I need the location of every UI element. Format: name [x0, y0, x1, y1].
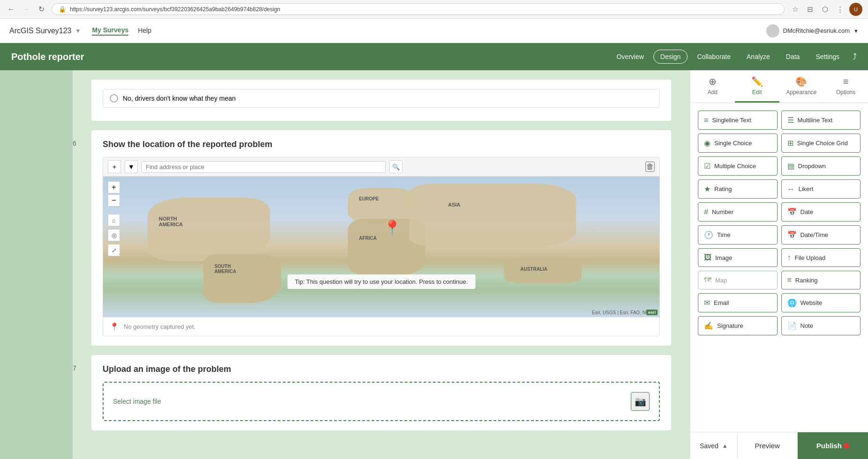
browser-avatar[interactable]: U — [849, 3, 862, 16]
tab-edit[interactable]: ✏️ Edit — [735, 70, 779, 103]
edit-icon: ✏️ — [751, 76, 763, 87]
label-africa: AFRICA — [359, 236, 377, 241]
qt-email-label: Email — [714, 299, 729, 306]
map-visual[interactable]: NORTHAMERICA SOUTHAMERICA EUROPE AFRICA … — [103, 177, 659, 317]
question-6: Show the location of the reported proble… — [91, 130, 671, 346]
map-zoom-controls: + − — [108, 181, 120, 207]
camera-button[interactable]: 📷 — [631, 392, 650, 411]
multiple-choice-icon: ☑ — [704, 162, 711, 170]
question-7: Upload an image of the problem Select im… — [91, 355, 671, 430]
tab-edit-label: Edit — [752, 89, 762, 96]
qt-ranking-label: Ranking — [795, 277, 818, 284]
qt-datetime[interactable]: 📅 Date/Time — [781, 225, 861, 244]
preview-button[interactable]: Preview — [738, 432, 798, 459]
extensions-icon[interactable]: ⬡ — [819, 4, 831, 15]
forward-button[interactable]: → — [21, 4, 32, 15]
nav-collaborate[interactable]: Collaborate — [690, 50, 737, 63]
menu-icon[interactable]: ⋮ — [834, 4, 846, 15]
map-footer-pin-icon: 📍 — [110, 322, 119, 331]
map-toolbar: + ▼ 🔍 🗑 — [103, 157, 659, 177]
multiline-text-icon: ☰ — [787, 116, 794, 125]
qt-website[interactable]: 🌐 Website — [781, 293, 861, 312]
ranking-icon: ≡ — [787, 276, 792, 284]
map-search-button[interactable]: 🔍 — [389, 160, 403, 173]
qt-singleline-text[interactable]: ≡ Singleline Text — [698, 111, 778, 130]
app-dropdown-icon[interactable]: ▼ — [75, 28, 81, 34]
survey-title: Pothole reporter — [11, 52, 610, 62]
tab-add[interactable]: ⊕ Add — [690, 70, 735, 103]
user-email: DMcRitchie@esriuk.com — [783, 27, 850, 34]
qt-multiple-choice[interactable]: ☑ Multiple Choice — [698, 156, 778, 176]
map-delete-button[interactable]: 🗑 — [645, 162, 655, 172]
continent-europe — [348, 188, 414, 223]
map-dropdown-btn[interactable]: ▼ — [125, 160, 138, 173]
single-choice-grid-icon: ⊞ — [787, 139, 793, 148]
back-button[interactable]: ← — [6, 4, 17, 15]
qt-time[interactable]: 🕐 Time — [698, 225, 778, 244]
signature-icon: ✍ — [704, 321, 713, 330]
bookmark-list-icon[interactable]: ⊟ — [804, 4, 816, 15]
nav-my-surveys[interactable]: My Surveys — [92, 26, 128, 36]
label-asia: ASIA — [448, 202, 460, 207]
share-icon[interactable]: ⤴ — [853, 52, 857, 62]
qt-website-label: Website — [801, 299, 823, 306]
map-left-controls: ⌂ ◎ ⤢ — [108, 214, 120, 256]
qt-dropdown[interactable]: ▤ Dropdown — [781, 156, 861, 176]
qt-image[interactable]: 🖼 Image — [698, 248, 778, 267]
panel-content: ≡ Singleline Text ☰ Multiline Text ◉ Sin… — [690, 103, 868, 432]
qt-dropdown-label: Dropdown — [798, 163, 826, 170]
qt-ranking[interactable]: ≡ Ranking — [781, 271, 861, 289]
tab-appearance[interactable]: 🎨 Appearance — [779, 70, 824, 103]
refresh-button[interactable]: ↻ — [36, 4, 47, 15]
qt-number[interactable]: # Number — [698, 202, 778, 222]
qt-likert[interactable]: ↔ Likert — [781, 179, 861, 199]
qt-single-choice-grid[interactable]: ⊞ Single Choice Grid — [781, 133, 861, 153]
nav-analyze[interactable]: Analyze — [740, 50, 777, 63]
question-7-wrapper: 7 Upload an image of the problem Select … — [91, 355, 671, 430]
qt-date[interactable]: 📅 Date — [781, 202, 861, 222]
qt-signature[interactable]: ✍ Signature — [698, 316, 778, 335]
map-zoom-in-toolbar[interactable]: + — [108, 160, 121, 173]
qt-rating-label: Rating — [714, 185, 732, 192]
tab-options-label: Options — [836, 89, 855, 96]
nav-design[interactable]: Design — [653, 50, 688, 64]
map-search-input[interactable] — [142, 161, 386, 173]
tab-options[interactable]: ≡ Options — [823, 70, 868, 103]
map-zoom-in[interactable]: + — [108, 181, 120, 193]
email-icon: ✉ — [704, 298, 710, 307]
options-icon: ≡ — [843, 76, 849, 87]
esri-logo: esri — [646, 310, 658, 315]
qt-multiline-text[interactable]: ☰ Multiline Text — [781, 111, 861, 130]
radio-option[interactable]: No, drivers don't know what they mean — [103, 89, 660, 108]
map-zoom-out[interactable]: − — [108, 194, 120, 207]
qt-file-upload-label: File Upload — [795, 254, 826, 261]
map-pin: 📍 — [383, 219, 402, 237]
user-avatar — [766, 24, 779, 37]
upload-dropzone[interactable]: Select image file 📷 — [103, 382, 660, 421]
qt-map: 🗺 Map — [698, 271, 778, 289]
saved-button[interactable]: Saved ▲ — [690, 432, 738, 459]
address-bar[interactable]: 🔒 https://survey123.arcgis.com/surveys/b… — [52, 3, 785, 15]
dropdown-icon: ▤ — [787, 162, 794, 170]
qt-single-choice[interactable]: ◉ Single Choice — [698, 133, 778, 153]
publish-label: Publish — [816, 442, 842, 450]
user-info[interactable]: DMcRitchie@esriuk.com ▼ — [766, 24, 859, 37]
map-expand-btn[interactable]: ⤢ — [108, 244, 120, 256]
qt-rating[interactable]: ★ Rating — [698, 179, 778, 199]
publish-button[interactable]: Publish — [798, 432, 868, 459]
time-icon: 🕐 — [704, 230, 713, 239]
map-locate-btn[interactable]: ◎ — [108, 229, 120, 241]
nav-overview[interactable]: Overview — [610, 50, 650, 63]
continent-south-america — [203, 254, 281, 303]
upload-label[interactable]: Select image file — [113, 398, 161, 405]
nav-data[interactable]: Data — [779, 50, 807, 63]
map-home-btn[interactable]: ⌂ — [108, 214, 120, 226]
nav-settings[interactable]: Settings — [809, 50, 846, 63]
qt-note[interactable]: 📄 Note — [781, 316, 861, 335]
number-icon: # — [704, 208, 708, 216]
bookmark-icon[interactable]: ☆ — [789, 4, 801, 15]
nav-help[interactable]: Help — [138, 27, 151, 35]
date-icon: 📅 — [787, 207, 797, 216]
qt-email[interactable]: ✉ Email — [698, 293, 778, 312]
qt-file-upload[interactable]: ↑ File Upload — [781, 248, 861, 267]
